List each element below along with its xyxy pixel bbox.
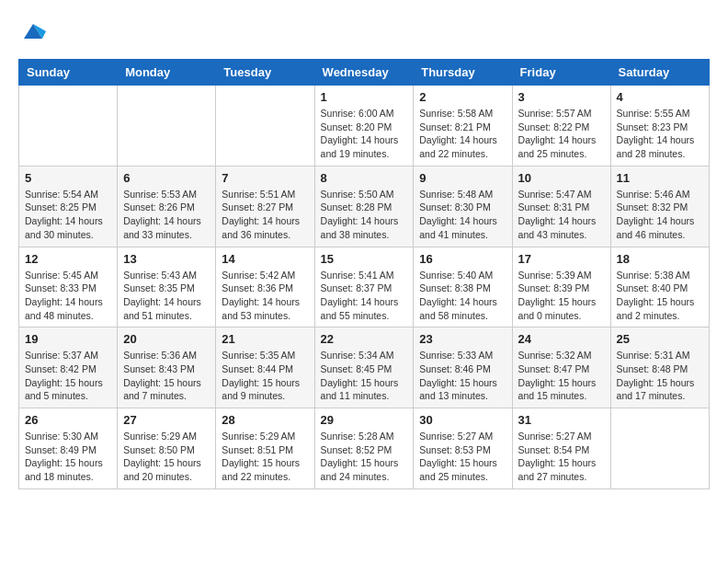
day-number: 10 (518, 171, 605, 185)
day-number: 28 (222, 413, 308, 427)
calendar-cell: 9Sunrise: 5:48 AM Sunset: 8:30 PM Daylig… (414, 166, 512, 247)
day-number: 12 (25, 252, 111, 266)
day-number: 31 (518, 413, 605, 427)
calendar-week-row: 19Sunrise: 5:37 AM Sunset: 8:42 PM Dayli… (19, 327, 710, 408)
calendar-cell: 25Sunrise: 5:31 AM Sunset: 8:48 PM Dayli… (610, 327, 709, 408)
day-number: 27 (123, 413, 210, 427)
day-number: 6 (123, 171, 210, 185)
day-number: 20 (123, 332, 210, 346)
day-number: 13 (123, 252, 210, 266)
day-number: 26 (25, 413, 111, 427)
calendar-cell: 24Sunrise: 5:32 AM Sunset: 8:47 PM Dayli… (512, 327, 610, 408)
calendar-cell: 11Sunrise: 5:46 AM Sunset: 8:32 PM Dayli… (610, 166, 709, 247)
calendar-cell: 30Sunrise: 5:27 AM Sunset: 8:53 PM Dayli… (414, 408, 512, 489)
calendar-cell: 23Sunrise: 5:33 AM Sunset: 8:46 PM Dayli… (414, 327, 512, 408)
day-info: Sunrise: 5:28 AM Sunset: 8:52 PM Dayligh… (321, 430, 408, 484)
logo-icon (20, 18, 46, 44)
day-info: Sunrise: 5:41 AM Sunset: 8:37 PM Dayligh… (321, 269, 408, 323)
calendar-cell (19, 86, 118, 167)
day-header: Friday (512, 60, 610, 86)
calendar-table: SundayMondayTuesdayWednesdayThursdayFrid… (18, 59, 710, 489)
calendar-cell (216, 86, 314, 167)
calendar-cell: 18Sunrise: 5:38 AM Sunset: 8:40 PM Dayli… (610, 247, 709, 327)
calendar-cell: 14Sunrise: 5:42 AM Sunset: 8:36 PM Dayli… (216, 247, 314, 327)
day-header: Monday (118, 60, 216, 86)
calendar-cell: 22Sunrise: 5:34 AM Sunset: 8:45 PM Dayli… (314, 327, 414, 408)
day-info: Sunrise: 5:46 AM Sunset: 8:32 PM Dayligh… (617, 188, 703, 242)
day-number: 3 (518, 90, 605, 104)
calendar-cell: 19Sunrise: 5:37 AM Sunset: 8:42 PM Dayli… (19, 327, 118, 408)
calendar-cell: 17Sunrise: 5:39 AM Sunset: 8:39 PM Dayli… (512, 247, 610, 327)
day-number: 21 (222, 332, 308, 346)
day-header: Saturday (610, 60, 709, 86)
calendar-cell: 6Sunrise: 5:53 AM Sunset: 8:26 PM Daylig… (118, 166, 216, 247)
calendar-cell: 3Sunrise: 5:57 AM Sunset: 8:22 PM Daylig… (512, 86, 610, 167)
day-info: Sunrise: 5:55 AM Sunset: 8:23 PM Dayligh… (617, 107, 703, 161)
day-info: Sunrise: 5:50 AM Sunset: 8:28 PM Dayligh… (321, 188, 408, 242)
day-info: Sunrise: 5:57 AM Sunset: 8:22 PM Dayligh… (518, 107, 605, 161)
day-number: 29 (321, 413, 408, 427)
day-number: 5 (25, 171, 111, 185)
calendar-header-row: SundayMondayTuesdayWednesdayThursdayFrid… (19, 60, 710, 86)
day-number: 8 (321, 171, 408, 185)
day-info: Sunrise: 5:51 AM Sunset: 8:27 PM Dayligh… (222, 188, 308, 242)
day-number: 7 (222, 171, 308, 185)
calendar-cell: 7Sunrise: 5:51 AM Sunset: 8:27 PM Daylig… (216, 166, 314, 247)
day-number: 23 (419, 332, 506, 346)
day-header: Wednesday (314, 60, 414, 86)
day-number: 16 (419, 252, 506, 266)
day-info: Sunrise: 5:39 AM Sunset: 8:39 PM Dayligh… (518, 269, 605, 323)
day-number: 4 (617, 90, 703, 104)
day-number: 2 (419, 90, 506, 104)
calendar-cell: 27Sunrise: 5:29 AM Sunset: 8:50 PM Dayli… (118, 408, 216, 489)
day-number: 22 (321, 332, 408, 346)
day-info: Sunrise: 5:30 AM Sunset: 8:49 PM Dayligh… (25, 430, 111, 484)
day-info: Sunrise: 5:27 AM Sunset: 8:53 PM Dayligh… (419, 430, 506, 484)
day-number: 18 (617, 252, 703, 266)
calendar-cell: 1Sunrise: 6:00 AM Sunset: 8:20 PM Daylig… (314, 86, 414, 167)
day-number: 14 (222, 252, 308, 266)
day-header: Sunday (19, 60, 118, 86)
day-number: 17 (518, 252, 605, 266)
day-number: 24 (518, 332, 605, 346)
day-info: Sunrise: 5:58 AM Sunset: 8:21 PM Dayligh… (419, 107, 506, 161)
day-info: Sunrise: 5:29 AM Sunset: 8:50 PM Dayligh… (123, 430, 210, 484)
day-info: Sunrise: 5:33 AM Sunset: 8:46 PM Dayligh… (419, 349, 506, 403)
calendar-cell: 15Sunrise: 5:41 AM Sunset: 8:37 PM Dayli… (314, 247, 414, 327)
day-info: Sunrise: 5:40 AM Sunset: 8:38 PM Dayligh… (419, 269, 506, 323)
day-info: Sunrise: 5:31 AM Sunset: 8:48 PM Dayligh… (617, 349, 703, 403)
day-header: Thursday (414, 60, 512, 86)
day-number: 11 (617, 171, 703, 185)
day-info: Sunrise: 5:47 AM Sunset: 8:31 PM Dayligh… (518, 188, 605, 242)
calendar-cell: 16Sunrise: 5:40 AM Sunset: 8:38 PM Dayli… (414, 247, 512, 327)
logo (18, 18, 46, 44)
calendar-week-row: 1Sunrise: 6:00 AM Sunset: 8:20 PM Daylig… (19, 86, 710, 167)
calendar-cell: 2Sunrise: 5:58 AM Sunset: 8:21 PM Daylig… (414, 86, 512, 167)
calendar-cell: 26Sunrise: 5:30 AM Sunset: 8:49 PM Dayli… (19, 408, 118, 489)
calendar-week-row: 12Sunrise: 5:45 AM Sunset: 8:33 PM Dayli… (19, 247, 710, 327)
day-info: Sunrise: 5:36 AM Sunset: 8:43 PM Dayligh… (123, 349, 210, 403)
day-info: Sunrise: 5:29 AM Sunset: 8:51 PM Dayligh… (222, 430, 308, 484)
page-header (18, 18, 710, 44)
calendar-cell: 8Sunrise: 5:50 AM Sunset: 8:28 PM Daylig… (314, 166, 414, 247)
calendar-week-row: 26Sunrise: 5:30 AM Sunset: 8:49 PM Dayli… (19, 408, 710, 489)
calendar-cell: 5Sunrise: 5:54 AM Sunset: 8:25 PM Daylig… (19, 166, 118, 247)
day-info: Sunrise: 5:54 AM Sunset: 8:25 PM Dayligh… (25, 188, 111, 242)
day-info: Sunrise: 5:37 AM Sunset: 8:42 PM Dayligh… (25, 349, 111, 403)
day-number: 15 (321, 252, 408, 266)
calendar-cell (610, 408, 709, 489)
day-info: Sunrise: 5:53 AM Sunset: 8:26 PM Dayligh… (123, 188, 210, 242)
day-info: Sunrise: 5:45 AM Sunset: 8:33 PM Dayligh… (25, 269, 111, 323)
day-info: Sunrise: 5:32 AM Sunset: 8:47 PM Dayligh… (518, 349, 605, 403)
calendar-cell: 13Sunrise: 5:43 AM Sunset: 8:35 PM Dayli… (118, 247, 216, 327)
calendar-cell: 20Sunrise: 5:36 AM Sunset: 8:43 PM Dayli… (118, 327, 216, 408)
day-header: Tuesday (216, 60, 314, 86)
day-info: Sunrise: 5:27 AM Sunset: 8:54 PM Dayligh… (518, 430, 605, 484)
day-info: Sunrise: 5:43 AM Sunset: 8:35 PM Dayligh… (123, 269, 210, 323)
day-number: 9 (419, 171, 506, 185)
calendar-cell: 21Sunrise: 5:35 AM Sunset: 8:44 PM Dayli… (216, 327, 314, 408)
day-number: 25 (617, 332, 703, 346)
day-info: Sunrise: 5:38 AM Sunset: 8:40 PM Dayligh… (617, 269, 703, 323)
day-info: Sunrise: 5:35 AM Sunset: 8:44 PM Dayligh… (222, 349, 308, 403)
calendar-cell (118, 86, 216, 167)
